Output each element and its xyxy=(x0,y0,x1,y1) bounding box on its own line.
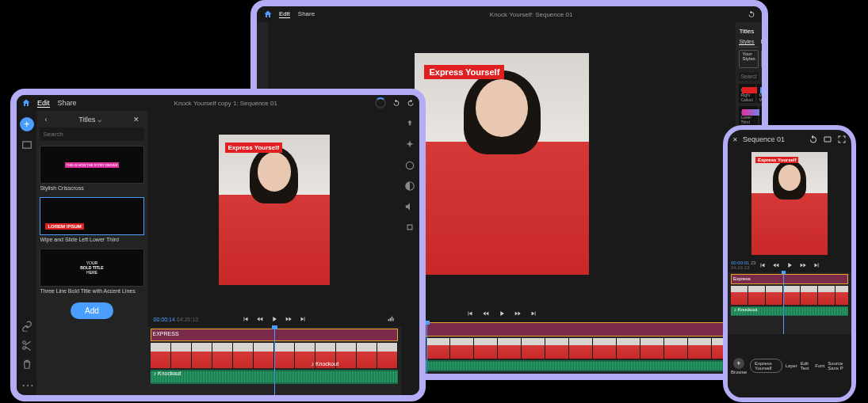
home-icon[interactable] xyxy=(263,10,273,19)
close-icon[interactable]: ✕ xyxy=(130,116,143,124)
add-title-button[interactable]: Add xyxy=(71,302,113,319)
sync-spinner-icon xyxy=(375,97,386,108)
play-icon[interactable] xyxy=(786,261,793,269)
title-preset[interactable]: YOURBOLD TITLEHEREThree Line Bold Title … xyxy=(40,249,143,295)
titles-browser: ‹ Titles ⌵ ✕ Stylish Crisscross Wipe and… xyxy=(36,111,147,395)
step-forward-icon[interactable] xyxy=(285,315,293,323)
right-toolbar xyxy=(401,111,419,395)
desktop-topbar: Edit Share Knock Yourself: Sequence 01 xyxy=(257,6,762,22)
timeline[interactable]: Express ♪ Knockout xyxy=(728,272,851,334)
color-icon[interactable] xyxy=(404,160,415,171)
trash-icon[interactable] xyxy=(21,359,33,370)
undo-icon[interactable] xyxy=(809,135,818,144)
step-forward-icon[interactable] xyxy=(514,310,522,317)
scissors-icon[interactable] xyxy=(21,340,33,351)
levels-icon[interactable] xyxy=(387,315,395,323)
skip-start-icon[interactable] xyxy=(466,310,474,317)
search-input[interactable] xyxy=(40,127,143,141)
playhead[interactable] xyxy=(274,327,275,395)
font-option[interactable]: Font xyxy=(815,363,824,368)
skip-start-icon[interactable] xyxy=(242,315,250,323)
title-preset[interactable]: Stylish Crisscross xyxy=(40,146,143,192)
title-track[interactable]: Express xyxy=(731,274,848,284)
selected-title-chip[interactable]: Express Yourself xyxy=(750,359,782,373)
title-preset[interactable] xyxy=(759,106,762,125)
tab-edit[interactable]: Edit xyxy=(37,99,50,108)
preview-area[interactable]: Express Yourself xyxy=(147,111,401,311)
skip-end-icon[interactable] xyxy=(530,310,537,317)
redo-icon[interactable] xyxy=(407,99,415,107)
link-icon[interactable] xyxy=(21,321,33,332)
audio-icon[interactable] xyxy=(404,201,415,212)
phone-device: ✕ Sequence 01 Express Yourself 00:00:01 … xyxy=(723,125,856,402)
export-icon[interactable] xyxy=(404,119,415,130)
skip-end-icon[interactable] xyxy=(813,261,820,269)
title-overlay: Express Yourself xyxy=(225,143,283,153)
playhead[interactable] xyxy=(783,272,784,334)
layer-option[interactable]: Layer xyxy=(786,363,797,368)
panel-heading: Titles xyxy=(739,25,759,37)
aspect-icon[interactable] xyxy=(823,135,832,144)
title-preset[interactable]: Modern Right Callout xyxy=(739,84,755,103)
step-back-icon[interactable] xyxy=(482,310,490,317)
left-toolbar: + ⋯ xyxy=(17,111,36,395)
project-title: Knock Yourself: Sequence 01 xyxy=(321,11,741,18)
speed-icon[interactable] xyxy=(404,181,415,192)
playback-controls: 00:00:01 2304:26:13 xyxy=(728,258,851,272)
tablet-topbar: Edit Share Knock Yourself copy 1: Sequen… xyxy=(17,95,419,111)
edit-tab[interactable]: Edit xyxy=(761,39,763,45)
step-forward-icon[interactable] xyxy=(799,261,807,269)
undo-icon[interactable] xyxy=(392,99,400,107)
project-icon[interactable] xyxy=(21,139,33,150)
transform-icon[interactable] xyxy=(404,222,415,233)
svg-point-0 xyxy=(407,162,414,169)
title-overlay: Express Yourself xyxy=(424,65,504,79)
tablet-device: Edit Share Knock Yourself copy 1: Sequen… xyxy=(10,89,426,401)
your-styles-button[interactable]: Your Styles xyxy=(739,50,758,68)
home-icon[interactable] xyxy=(21,98,31,108)
play-icon[interactable] xyxy=(498,310,506,317)
phone-topbar: ✕ Sequence 01 xyxy=(728,130,851,149)
project-title: Knock Yourself copy 1: Sequence 01 xyxy=(83,100,369,107)
timecode: 00:00:01 2304:26:13 xyxy=(731,260,756,270)
fullscreen-icon[interactable] xyxy=(837,135,847,144)
edit-text-option[interactable]: Edit Text xyxy=(801,361,813,371)
effects-icon[interactable] xyxy=(404,139,415,150)
font-name[interactable]: Source Sans P xyxy=(828,361,848,371)
audio-track[interactable]: ♪ Knockout xyxy=(731,306,848,316)
video-track[interactable] xyxy=(731,286,848,305)
step-back-icon[interactable] xyxy=(772,261,780,269)
more-titles-button[interactable]: ⊞ More Titles xyxy=(761,50,762,68)
styles-tab[interactable]: Styles xyxy=(739,39,754,45)
back-icon[interactable]: ✕ xyxy=(732,136,738,143)
titles-search[interactable] xyxy=(739,72,759,81)
sequence-title: Sequence 01 xyxy=(743,135,804,143)
play-icon[interactable] xyxy=(270,315,278,323)
title-overlay: Express Yourself xyxy=(755,157,798,163)
playhead[interactable] xyxy=(426,322,427,374)
skip-end-icon[interactable] xyxy=(299,315,307,323)
bottom-toolbar: +Browse Express Yourself Layer Edit Text… xyxy=(728,334,851,397)
skip-start-icon[interactable] xyxy=(759,261,767,269)
tab-share[interactable]: Share xyxy=(298,10,315,18)
undo-icon[interactable] xyxy=(748,10,755,18)
preview-area[interactable]: Express Yourself xyxy=(728,149,851,258)
title-preset[interactable]: Gradient Lower Third xyxy=(739,106,757,125)
tab-share[interactable]: Share xyxy=(58,99,77,108)
timecode: 00:00:14 04:26:13 xyxy=(154,317,198,322)
video-preview: Express Yourself xyxy=(751,152,828,255)
more-icon[interactable]: ⋯ xyxy=(21,378,33,389)
timeline[interactable]: EXPRESS ♪ Knockout xyxy=(147,327,401,395)
playback-controls: 00:00:14 04:26:13 xyxy=(147,311,401,327)
title-preset[interactable]: Wipe and Slide Left Lower Third xyxy=(40,197,143,244)
tab-edit[interactable]: Edit xyxy=(279,10,290,18)
back-icon[interactable]: ‹ xyxy=(41,116,50,124)
add-button[interactable]: + xyxy=(20,117,34,131)
browse-button[interactable]: +Browse xyxy=(731,358,747,374)
video-preview: Express Yourself xyxy=(219,135,330,285)
titles-dropdown[interactable]: Titles ⌵ xyxy=(50,116,129,124)
step-back-icon[interactable] xyxy=(256,315,264,323)
title-preset[interactable]: Mobile Messages xyxy=(757,84,762,103)
video-preview: Express Yourself xyxy=(415,53,589,275)
